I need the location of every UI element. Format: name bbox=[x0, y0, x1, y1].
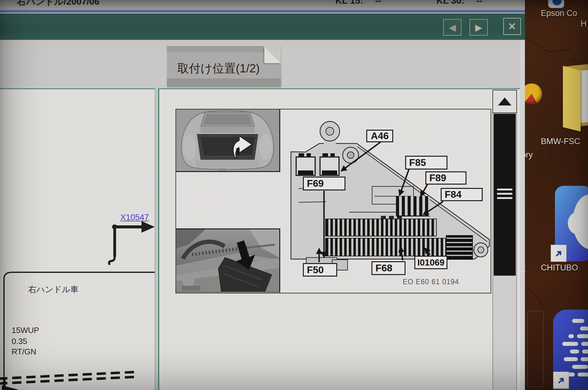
label-f85[interactable]: F85 bbox=[405, 156, 447, 170]
wave-pill bbox=[581, 357, 588, 361]
scroll-up-icon bbox=[498, 98, 511, 105]
partial-label-e: E bbox=[525, 264, 526, 274]
wave-pill bbox=[570, 350, 579, 354]
divider-blue bbox=[0, 10, 525, 13]
wave-pill bbox=[568, 334, 574, 338]
kl30-label: KL 30: bbox=[436, 0, 464, 6]
wave-pill bbox=[582, 350, 588, 354]
back-icon: ◀ bbox=[449, 22, 456, 33]
wire-gauge: 0.35 bbox=[12, 337, 27, 346]
screen-photo: 右ハンドル/2007/06 KL 15: -- KL 30: -- ◀ ▶ ✕ … bbox=[0, 0, 588, 390]
panel-divider-teal bbox=[158, 88, 159, 390]
vehicle-status-text: 右ハンドル/2007/06 bbox=[17, 0, 100, 8]
close-button[interactable]: ✕ bbox=[503, 18, 521, 35]
wave-pill bbox=[581, 342, 588, 346]
fuse-row-small bbox=[396, 196, 430, 216]
label-f50[interactable]: F50 bbox=[303, 263, 337, 277]
panel-divider bbox=[155, 88, 156, 390]
wave-pill bbox=[577, 334, 588, 338]
wave-pill bbox=[572, 319, 584, 323]
fuse-row-upper bbox=[325, 219, 437, 236]
desktop-background: Epson Co H BMW-FSC ory ➔ CHITUBO E bbox=[525, 0, 588, 390]
location-photo bbox=[176, 229, 279, 292]
thumb-grip bbox=[497, 193, 512, 195]
back-button[interactable]: ◀ bbox=[443, 19, 462, 36]
car-rear-illustration bbox=[176, 109, 279, 171]
wire-color: RT/GN bbox=[12, 347, 36, 357]
epson-icon-label[interactable]: Epson Co bbox=[541, 9, 577, 18]
label-i01069[interactable]: I01069 bbox=[414, 256, 447, 269]
bracket-line bbox=[4, 272, 155, 378]
thumb-grip bbox=[497, 197, 512, 199]
label-f69[interactable]: F69 bbox=[303, 177, 345, 190]
chitubox-flower-lobe bbox=[568, 212, 588, 235]
car-rear-thumbnail[interactable] bbox=[176, 109, 280, 172]
shortcut-arrow-icon: ➔ bbox=[551, 245, 567, 262]
close-icon: ✕ bbox=[508, 20, 517, 32]
connector-arrow bbox=[109, 221, 155, 264]
wave-pill bbox=[564, 357, 578, 361]
scrollbar-thumb[interactable] bbox=[494, 114, 516, 276]
tab-installation-position[interactable]: 取付け位置(1/2) bbox=[167, 46, 281, 87]
relay-block bbox=[446, 235, 473, 260]
wave-pill bbox=[572, 365, 588, 369]
wave-pill bbox=[578, 373, 588, 377]
kl15-value: -- bbox=[375, 0, 381, 6]
label-a46[interactable]: A46 bbox=[366, 130, 393, 142]
bmw-fsc-folder-icon[interactable] bbox=[563, 65, 588, 132]
tab-fold-icon bbox=[264, 47, 281, 63]
wire-circuit: 15WUP bbox=[12, 326, 39, 335]
shortcut-arrow-icon: ➔ bbox=[553, 372, 569, 389]
variant-note: 右ハンドル車 bbox=[28, 284, 79, 295]
selection-outline bbox=[527, 311, 543, 387]
titlebar: ◀ ▶ ✕ bbox=[0, 13, 525, 40]
label-f68[interactable]: F68 bbox=[371, 261, 405, 275]
chitubox-label[interactable]: CHITUBO bbox=[541, 263, 578, 273]
folder-front bbox=[563, 66, 581, 132]
tab-label: 取付け位置(1/2) bbox=[177, 61, 260, 76]
label-f84[interactable]: F84 bbox=[441, 188, 483, 201]
scroll-up-button[interactable] bbox=[492, 90, 517, 113]
dashed-wire bbox=[0, 372, 137, 384]
status-strip: 右ハンドル/2007/06 KL 15: -- KL 30: -- bbox=[0, 0, 525, 10]
forward-icon: ▶ bbox=[475, 22, 482, 33]
partial-label-ory: ory bbox=[525, 150, 533, 160]
figure-scrollbar[interactable] bbox=[492, 90, 517, 390]
thumb-grip bbox=[497, 189, 512, 190]
window-right-edge bbox=[520, 40, 525, 390]
connector-link-x10547[interactable]: X10547 bbox=[120, 213, 149, 222]
wave-pill bbox=[562, 342, 578, 346]
drawing-number: EO E60 61 0194 bbox=[403, 278, 459, 286]
location-photo-thumbnail[interactable] bbox=[176, 228, 280, 292]
fuse-row-lower bbox=[325, 238, 446, 256]
kl30-value: -- bbox=[476, 0, 482, 6]
epson-app-icon[interactable] bbox=[548, 0, 564, 8]
forward-button[interactable]: ▶ bbox=[469, 19, 488, 36]
label-f89[interactable]: F89 bbox=[425, 171, 466, 185]
wave-pill bbox=[580, 327, 588, 331]
kl15-label: KL 15: bbox=[335, 0, 363, 6]
bmw-fsc-label[interactable]: BMW-FSC bbox=[541, 137, 580, 146]
epson-icon-label-line2[interactable]: H bbox=[581, 19, 587, 29]
